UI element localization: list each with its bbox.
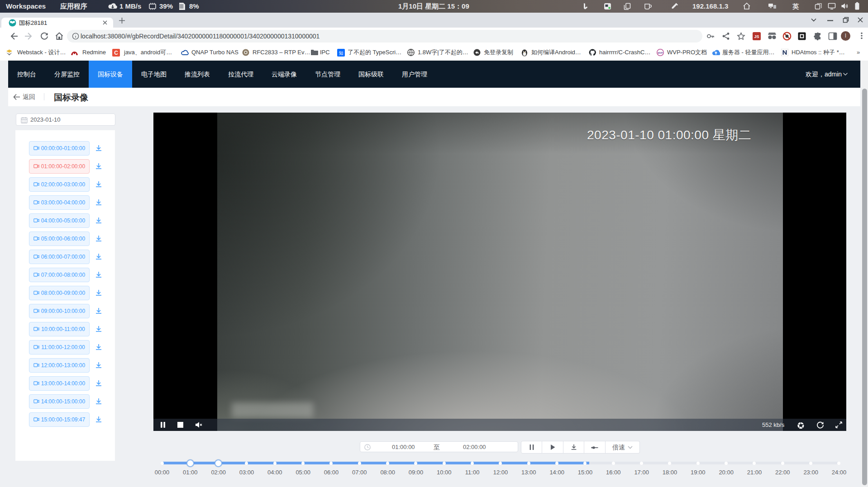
svg-text:C: C [114, 50, 118, 56]
svg-text:JS: JS [754, 34, 759, 39]
svg-text:WVP: WVP [658, 52, 663, 54]
svg-text:知: 知 [339, 51, 343, 56]
